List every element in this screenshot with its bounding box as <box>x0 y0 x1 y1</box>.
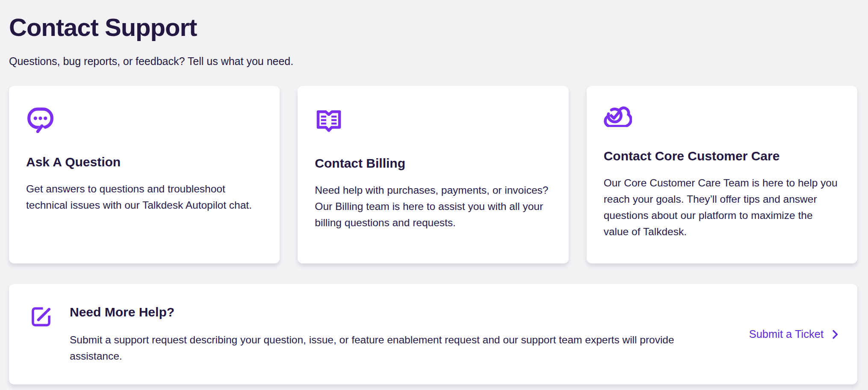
cloud-check-icon <box>604 106 632 127</box>
chevron-right-icon <box>832 330 838 339</box>
support-options-row: Ask A Question Get answers to questions … <box>9 86 857 263</box>
page-subtitle: Questions, bug reports, or feedback? Tel… <box>9 54 857 68</box>
banner-description: Submit a support request describing your… <box>70 332 698 364</box>
submit-a-ticket-link[interactable]: Submit a Ticket <box>749 328 838 340</box>
banner-content: Need More Help? Submit a support request… <box>30 304 698 364</box>
contact-support-page: Contact Support Questions, bug reports, … <box>0 0 868 384</box>
card-title: Ask A Question <box>26 154 263 170</box>
card-description: Get answers to questions and troubleshoo… <box>26 181 263 213</box>
card-title: Contact Billing <box>315 156 551 171</box>
page-title: Contact Support <box>9 13 857 41</box>
card-title: Contact Core Customer Care <box>604 148 840 164</box>
card-description: Need help with purchases, payments, or i… <box>315 182 551 231</box>
open-book-icon <box>315 106 343 134</box>
submit-a-ticket-label: Submit a Ticket <box>749 328 824 340</box>
banner-text: Need More Help? Submit a support request… <box>70 304 698 364</box>
edit-icon <box>30 304 52 328</box>
banner-title: Need More Help? <box>70 304 698 320</box>
card-contact-billing[interactable]: Contact Billing Need help with purchases… <box>298 86 568 263</box>
chat-bubble-icon <box>26 106 55 133</box>
card-ask-a-question[interactable]: Ask A Question Get answers to questions … <box>9 86 280 263</box>
need-more-help-banner: Need More Help? Submit a support request… <box>9 284 857 384</box>
card-description: Our Core Customer Care Team is here to h… <box>604 175 840 240</box>
card-contact-core-customer-care[interactable]: Contact Core Customer Care Our Core Cust… <box>587 86 857 263</box>
